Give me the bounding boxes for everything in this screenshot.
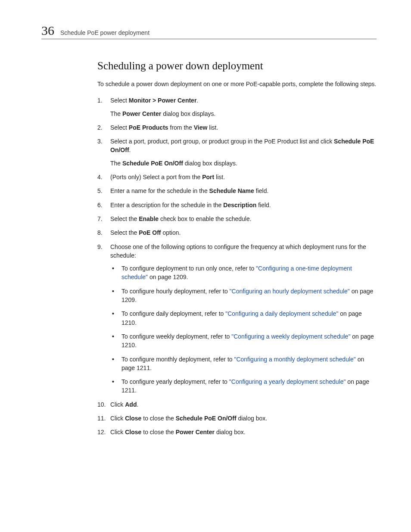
intro-paragraph: To schedule a power down deployment on o… (97, 80, 377, 88)
step-5: Enter a name for the schedule in the Sch… (97, 187, 377, 195)
bold-text: PoE Off (139, 229, 161, 236)
steps-list: Select Monitor > Power Center. The Power… (97, 96, 377, 436)
text: The (110, 110, 122, 117)
step-3: Select a port, product, port group, or p… (97, 137, 377, 168)
xref-link[interactable]: "Configuring a yearly deployment schedul… (229, 378, 346, 385)
text: . (129, 146, 131, 153)
bold-text: Power Center (122, 110, 161, 117)
running-header: 36 Schedule PoE power deployment (41, 24, 377, 39)
list-item: To configure deployment to run only once… (110, 264, 377, 282)
text: Enter a description for the schedule in … (110, 202, 223, 208)
text: Select (110, 124, 129, 131)
bold-text: Schedule PoE On/Off (176, 415, 237, 422)
content-body: Scheduling a power down deployment To sc… (97, 60, 377, 437)
text: dialog box displays. (183, 160, 237, 167)
text: list. (207, 124, 218, 131)
bold-text: Port (202, 174, 214, 180)
text: to close the (141, 429, 175, 436)
text: Click (110, 429, 125, 436)
bold-text: Schedule Name (209, 187, 254, 194)
text: Choose one of the following options to c… (110, 243, 366, 259)
bold-text: Add (125, 401, 137, 408)
text: check box to enable the schedule. (159, 215, 252, 222)
bold-text: Monitor > Power Center (129, 97, 197, 104)
text: Click (110, 415, 125, 422)
bold-text: Close (125, 429, 141, 436)
bold-text: PoE Products (129, 124, 168, 131)
bold-text: View (194, 124, 208, 131)
xref-link[interactable]: "Configuring a monthly deployment schedu… (234, 356, 355, 363)
xref-link[interactable]: "Configuring a daily deployment schedule… (225, 310, 338, 317)
step-2: Select PoE Products from the View list. (97, 123, 377, 132)
list-item: To configure yearly deployment, refer to… (110, 377, 377, 395)
text: To configure yearly deployment, refer to (121, 378, 229, 385)
step-4: (Ports only) Select a port from the Port… (97, 173, 377, 181)
step-8: Select the PoE Off option. (97, 228, 377, 237)
bullets-list: To configure deployment to run only once… (110, 264, 377, 395)
text: Select the (110, 215, 139, 222)
text: . (137, 401, 138, 408)
step-11: Click Close to close the Schedule PoE On… (97, 414, 377, 423)
page-title: Scheduling a power down deployment (97, 60, 377, 72)
text: To configure daily deployment, refer to (121, 310, 225, 317)
bold-text: Power Center (176, 429, 215, 436)
text: dialog box. (215, 429, 246, 436)
chapter-title: Schedule PoE power deployment (60, 29, 149, 36)
text: from the (168, 124, 194, 131)
bold-text: Description (223, 202, 256, 208)
step-1: Select Monitor > Power Center. The Power… (97, 96, 377, 118)
text: To configure monthly deployment, refer t… (121, 356, 234, 363)
xref-link[interactable]: "Configuring an hourly deployment schedu… (230, 288, 350, 295)
sub-paragraph: The Power Center dialog box displays. (110, 109, 377, 118)
text: to close the (141, 415, 175, 422)
step-9: Choose one of the following options to c… (97, 243, 377, 395)
list-item: To configure weekly deployment, refer to… (110, 332, 377, 350)
text: (Ports only) Select a port from the (110, 174, 202, 180)
text: Select (110, 97, 129, 104)
text: To configure hourly deployment, refer to (121, 288, 230, 295)
bold-text: Enable (139, 215, 159, 222)
text: The (110, 160, 122, 167)
text: Click (110, 401, 125, 408)
step-10: Click Add. (97, 400, 377, 409)
text: on page 1209. (148, 274, 188, 280)
step-7: Select the Enable check box to enable th… (97, 215, 377, 223)
text: field. (256, 202, 271, 208)
chapter-number: 36 (41, 24, 54, 37)
list-item: To configure daily deployment, refer to … (110, 309, 377, 327)
page: 36 Schedule PoE power deployment Schedul… (0, 0, 411, 476)
bold-text: Close (125, 415, 141, 422)
text: dialog box displays. (161, 110, 215, 117)
text: list. (214, 174, 225, 180)
sub-paragraph: The Schedule PoE On/Off dialog box displ… (110, 159, 377, 168)
step-6: Enter a description for the schedule in … (97, 201, 377, 209)
text: . (196, 97, 198, 104)
list-item: To configure monthly deployment, refer t… (110, 355, 377, 373)
list-item: To configure hourly deployment, refer to… (110, 287, 377, 305)
step-12: Click Close to close the Power Center di… (97, 428, 377, 436)
text: Select the (110, 229, 139, 236)
xref-link[interactable]: "Configuring a weekly deployment schedul… (231, 333, 350, 340)
text: To configure deployment to run only once… (121, 265, 256, 272)
text: Select a port, product, port group, or p… (110, 138, 334, 145)
text: Enter a name for the schedule in the (110, 187, 209, 194)
text: To configure weekly deployment, refer to (121, 333, 231, 340)
text: field. (254, 187, 268, 194)
text: option. (161, 229, 181, 236)
text: dialog box. (237, 415, 268, 422)
bold-text: Schedule PoE On/Off (122, 160, 183, 167)
